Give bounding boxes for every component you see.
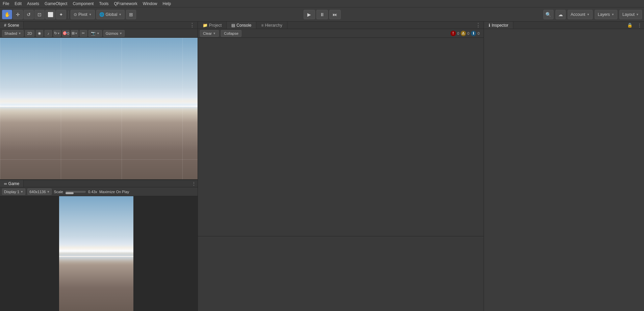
clear-button[interactable]: Clear ▼ bbox=[200, 30, 219, 37]
scale-label: Scale bbox=[54, 190, 63, 194]
project-folder-icon: 📁 bbox=[203, 23, 208, 28]
layout-chevron: ▼ bbox=[636, 13, 639, 16]
scale-slider[interactable] bbox=[66, 191, 86, 193]
pivot-label: Pivot bbox=[78, 12, 87, 17]
inspector-lock-button[interactable]: 🔒 bbox=[624, 23, 635, 28]
fx-chevron: ▼ bbox=[57, 32, 60, 35]
play-button[interactable]: ▶ bbox=[304, 10, 315, 19]
scene-tab-more[interactable]: ⋮ bbox=[187, 22, 198, 28]
hierarchy-icon: ≡ bbox=[261, 23, 263, 28]
inspector-tab-bar: ℹ Inspector 🔒 ⋮ bbox=[484, 22, 644, 29]
gizmos-dropdown[interactable]: Gizmos ▼ bbox=[103, 30, 125, 37]
menu-file[interactable]: File bbox=[3, 1, 9, 6]
step-button[interactable]: ⏭ bbox=[329, 10, 341, 19]
resolution-chevron: ▼ bbox=[47, 190, 50, 193]
menu-help[interactable]: Help bbox=[163, 1, 171, 6]
separator-1 bbox=[68, 10, 69, 19]
2d-toggle[interactable]: 2D bbox=[25, 30, 34, 37]
layers-dropdown[interactable]: Layers ▼ bbox=[595, 10, 617, 19]
error-badge-icon: ! bbox=[450, 31, 456, 36]
left-panel: # Scene ⋮ Shaded ▼ 2D ◉ ♪ ↻ ▼ 🎯 0 bbox=[0, 22, 198, 311]
pause-button[interactable]: ⏸ bbox=[316, 10, 328, 19]
gizmos-label: Gizmos bbox=[106, 31, 118, 35]
game-toolbar: Display 1 ▼ 640x1136 ▼ Scale 0.43x Maxim… bbox=[0, 187, 198, 196]
resolution-dropdown[interactable]: 640x1136 ▼ bbox=[27, 188, 52, 195]
account-dropdown[interactable]: Account ▼ bbox=[568, 10, 593, 19]
global-chevron: ▼ bbox=[119, 13, 122, 16]
lights-toggle[interactable]: ◉ bbox=[36, 30, 43, 37]
menu-window[interactable]: Window bbox=[143, 1, 157, 6]
project-tab[interactable]: 📁 Project bbox=[198, 22, 227, 29]
camera-dropdown[interactable]: 📷 ▼ bbox=[88, 30, 102, 37]
game-panel: ∞ Game ⋮ Display 1 ▼ 640x1136 ▼ Scale bbox=[0, 179, 198, 311]
menu-edit[interactable]: Edit bbox=[15, 1, 22, 6]
pivot-dropdown[interactable]: ⊙ Pivot ▼ bbox=[71, 10, 95, 19]
console-tab[interactable]: ▤ Console bbox=[227, 22, 256, 29]
menu-gameobject[interactable]: GameObject bbox=[45, 1, 67, 6]
hand-tool-button[interactable]: ✋ bbox=[2, 10, 12, 19]
info-count: 0 bbox=[478, 31, 480, 35]
scene-toolbar: Shaded ▼ 2D ◉ ♪ ↻ ▼ 🎯 0 ⊞ ▼ ✂ 📷 bbox=[0, 29, 198, 38]
console-tab-label: Console bbox=[236, 23, 251, 28]
console-icon: ▤ bbox=[231, 23, 235, 28]
console-badges: ! 0 ⚠ 0 ℹ 0 bbox=[448, 30, 482, 37]
maximize-on-play[interactable]: Maximize On Play bbox=[99, 190, 129, 194]
menu-component[interactable]: Component bbox=[73, 1, 94, 6]
rect-tool-button[interactable]: ⬜ bbox=[45, 10, 55, 19]
center-tab-more[interactable]: ⋮ bbox=[473, 22, 484, 28]
game-horizon-line bbox=[59, 256, 133, 257]
game-tab-more[interactable]: ⋮ bbox=[190, 181, 198, 186]
scene-view[interactable] bbox=[0, 38, 198, 179]
menu-assets[interactable]: Assets bbox=[27, 1, 39, 6]
menu-tools[interactable]: Tools bbox=[99, 1, 108, 6]
cloud-button[interactable]: ☁ bbox=[556, 10, 566, 19]
info-badge-icon: ℹ bbox=[471, 31, 476, 36]
scale-slider-thumb bbox=[66, 192, 74, 194]
hierarchy-tab[interactable]: ≡ Hierarchy bbox=[256, 22, 287, 29]
camera-icon: 📷 bbox=[91, 31, 96, 35]
grid-toggle-button[interactable]: ⊞ bbox=[126, 10, 136, 19]
display-chevron: ▼ bbox=[20, 190, 23, 193]
clear-chevron: ▼ bbox=[213, 32, 216, 35]
console-content[interactable] bbox=[198, 38, 484, 236]
grid-chevron: ▼ bbox=[75, 32, 78, 35]
fx-toggle[interactable]: ↻ ▼ bbox=[53, 30, 61, 37]
scene-visibility-icon: 🎯 bbox=[62, 31, 67, 35]
cut-toggle[interactable]: ✂ bbox=[80, 30, 87, 37]
rotate-tool-button[interactable]: ↺ bbox=[24, 10, 34, 19]
scene-tab-label: Scene bbox=[8, 23, 19, 28]
scene-grid bbox=[0, 38, 198, 179]
collapse-button[interactable]: Collapse bbox=[221, 30, 241, 37]
transform-tool-button[interactable]: ✦ bbox=[56, 10, 66, 19]
inspector-panel: ℹ Inspector 🔒 ⋮ bbox=[484, 22, 644, 311]
collapse-label: Collapse bbox=[224, 31, 238, 35]
move-tool-button[interactable]: ✛ bbox=[13, 10, 23, 19]
scale-tool-button[interactable]: ⊡ bbox=[34, 10, 45, 19]
game-tab[interactable]: ∞ Game bbox=[0, 180, 24, 187]
game-view[interactable] bbox=[0, 196, 198, 311]
layout-dropdown[interactable]: Layout ▼ bbox=[619, 10, 642, 19]
menu-qframework[interactable]: QFramework bbox=[114, 1, 137, 6]
shading-dropdown[interactable]: Shaded ▼ bbox=[2, 30, 24, 37]
grid-scene-toggle[interactable]: ⊞ ▼ bbox=[71, 30, 78, 37]
display-dropdown[interactable]: Display 1 ▼ bbox=[2, 188, 25, 195]
error-count: 0 bbox=[457, 31, 459, 35]
audio-toggle[interactable]: ♪ bbox=[45, 30, 52, 37]
shading-label: Shaded bbox=[4, 31, 17, 35]
main-toolbar: ✋ ✛ ↺ ⊡ ⬜ ✦ ⊙ Pivot ▼ 🌐 Global ▼ ⊞ ▶ ⏸ ⏭… bbox=[0, 7, 644, 22]
center-tab-bar: 📁 Project ▤ Console ≡ Hierarchy ⋮ bbox=[198, 22, 484, 29]
scene-visibility-value: 0 bbox=[67, 31, 69, 35]
collab-search-button[interactable]: 🔍 bbox=[543, 10, 553, 19]
scene-tab[interactable]: # Scene bbox=[0, 22, 24, 29]
grid-icon: ⊞ bbox=[72, 31, 75, 35]
inspector-tab[interactable]: ℹ Inspector bbox=[484, 22, 513, 29]
play-controls: ▶ ⏸ ⏭ bbox=[304, 10, 341, 19]
scene-visibility-toggle[interactable]: 🎯 0 bbox=[62, 30, 70, 37]
pivot-chevron: ▼ bbox=[89, 13, 92, 16]
2d-label: 2D bbox=[27, 31, 32, 35]
global-label: Global bbox=[106, 12, 118, 17]
inspector-more-button[interactable]: ⋮ bbox=[635, 23, 644, 28]
shading-chevron: ▼ bbox=[18, 32, 21, 35]
maximize-label: Maximize On Play bbox=[99, 190, 129, 194]
global-dropdown[interactable]: 🌐 Global ▼ bbox=[96, 10, 125, 19]
